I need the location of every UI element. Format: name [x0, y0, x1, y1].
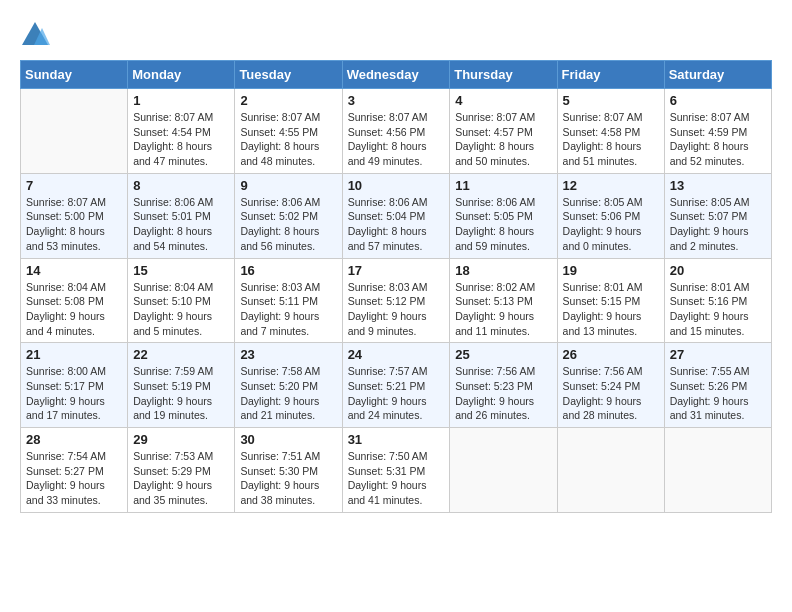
weekday-header: Sunday: [21, 61, 128, 89]
day-info: Sunrise: 8:07 AM Sunset: 4:55 PM Dayligh…: [240, 110, 336, 169]
day-info: Sunrise: 7:53 AM Sunset: 5:29 PM Dayligh…: [133, 449, 229, 508]
calendar-cell: 18Sunrise: 8:02 AM Sunset: 5:13 PM Dayli…: [450, 258, 557, 343]
day-info: Sunrise: 8:00 AM Sunset: 5:17 PM Dayligh…: [26, 364, 122, 423]
day-number: 25: [455, 347, 551, 362]
calendar-cell: 13Sunrise: 8:05 AM Sunset: 5:07 PM Dayli…: [664, 173, 771, 258]
day-number: 23: [240, 347, 336, 362]
day-number: 20: [670, 263, 766, 278]
calendar-cell: 31Sunrise: 7:50 AM Sunset: 5:31 PM Dayli…: [342, 428, 450, 513]
calendar-cell: 7Sunrise: 8:07 AM Sunset: 5:00 PM Daylig…: [21, 173, 128, 258]
calendar-cell: 24Sunrise: 7:57 AM Sunset: 5:21 PM Dayli…: [342, 343, 450, 428]
calendar-cell: [557, 428, 664, 513]
day-number: 5: [563, 93, 659, 108]
calendar-cell: 29Sunrise: 7:53 AM Sunset: 5:29 PM Dayli…: [128, 428, 235, 513]
day-number: 16: [240, 263, 336, 278]
calendar-cell: 17Sunrise: 8:03 AM Sunset: 5:12 PM Dayli…: [342, 258, 450, 343]
day-info: Sunrise: 8:07 AM Sunset: 4:56 PM Dayligh…: [348, 110, 445, 169]
calendar-cell: 21Sunrise: 8:00 AM Sunset: 5:17 PM Dayli…: [21, 343, 128, 428]
day-number: 3: [348, 93, 445, 108]
calendar-row: 1Sunrise: 8:07 AM Sunset: 4:54 PM Daylig…: [21, 89, 772, 174]
day-number: 8: [133, 178, 229, 193]
weekday-header: Wednesday: [342, 61, 450, 89]
calendar-cell: 27Sunrise: 7:55 AM Sunset: 5:26 PM Dayli…: [664, 343, 771, 428]
day-number: 10: [348, 178, 445, 193]
calendar-cell: 8Sunrise: 8:06 AM Sunset: 5:01 PM Daylig…: [128, 173, 235, 258]
day-number: 19: [563, 263, 659, 278]
day-number: 31: [348, 432, 445, 447]
day-info: Sunrise: 8:03 AM Sunset: 5:12 PM Dayligh…: [348, 280, 445, 339]
day-number: 22: [133, 347, 229, 362]
day-info: Sunrise: 7:59 AM Sunset: 5:19 PM Dayligh…: [133, 364, 229, 423]
day-number: 2: [240, 93, 336, 108]
day-info: Sunrise: 8:05 AM Sunset: 5:07 PM Dayligh…: [670, 195, 766, 254]
day-info: Sunrise: 7:50 AM Sunset: 5:31 PM Dayligh…: [348, 449, 445, 508]
day-info: Sunrise: 8:06 AM Sunset: 5:02 PM Dayligh…: [240, 195, 336, 254]
calendar-row: 21Sunrise: 8:00 AM Sunset: 5:17 PM Dayli…: [21, 343, 772, 428]
calendar-cell: 14Sunrise: 8:04 AM Sunset: 5:08 PM Dayli…: [21, 258, 128, 343]
weekday-header: Saturday: [664, 61, 771, 89]
day-number: 26: [563, 347, 659, 362]
calendar-cell: 3Sunrise: 8:07 AM Sunset: 4:56 PM Daylig…: [342, 89, 450, 174]
day-info: Sunrise: 8:07 AM Sunset: 4:58 PM Dayligh…: [563, 110, 659, 169]
day-info: Sunrise: 7:54 AM Sunset: 5:27 PM Dayligh…: [26, 449, 122, 508]
calendar-cell: 25Sunrise: 7:56 AM Sunset: 5:23 PM Dayli…: [450, 343, 557, 428]
calendar-cell: 1Sunrise: 8:07 AM Sunset: 4:54 PM Daylig…: [128, 89, 235, 174]
day-number: 11: [455, 178, 551, 193]
calendar-table: SundayMondayTuesdayWednesdayThursdayFrid…: [20, 60, 772, 513]
day-number: 4: [455, 93, 551, 108]
day-number: 18: [455, 263, 551, 278]
calendar-row: 7Sunrise: 8:07 AM Sunset: 5:00 PM Daylig…: [21, 173, 772, 258]
calendar-cell: 28Sunrise: 7:54 AM Sunset: 5:27 PM Dayli…: [21, 428, 128, 513]
calendar-cell: 9Sunrise: 8:06 AM Sunset: 5:02 PM Daylig…: [235, 173, 342, 258]
day-number: 13: [670, 178, 766, 193]
day-info: Sunrise: 7:56 AM Sunset: 5:24 PM Dayligh…: [563, 364, 659, 423]
calendar-cell: 2Sunrise: 8:07 AM Sunset: 4:55 PM Daylig…: [235, 89, 342, 174]
calendar-cell: 5Sunrise: 8:07 AM Sunset: 4:58 PM Daylig…: [557, 89, 664, 174]
day-number: 12: [563, 178, 659, 193]
page-header: [20, 20, 772, 50]
weekday-header: Thursday: [450, 61, 557, 89]
weekday-header: Tuesday: [235, 61, 342, 89]
calendar-cell: [664, 428, 771, 513]
day-info: Sunrise: 7:55 AM Sunset: 5:26 PM Dayligh…: [670, 364, 766, 423]
day-number: 17: [348, 263, 445, 278]
calendar-row: 14Sunrise: 8:04 AM Sunset: 5:08 PM Dayli…: [21, 258, 772, 343]
weekday-header-row: SundayMondayTuesdayWednesdayThursdayFrid…: [21, 61, 772, 89]
day-number: 15: [133, 263, 229, 278]
day-number: 30: [240, 432, 336, 447]
day-info: Sunrise: 8:03 AM Sunset: 5:11 PM Dayligh…: [240, 280, 336, 339]
day-number: 14: [26, 263, 122, 278]
day-info: Sunrise: 7:51 AM Sunset: 5:30 PM Dayligh…: [240, 449, 336, 508]
day-info: Sunrise: 8:06 AM Sunset: 5:05 PM Dayligh…: [455, 195, 551, 254]
day-number: 24: [348, 347, 445, 362]
day-info: Sunrise: 8:07 AM Sunset: 4:59 PM Dayligh…: [670, 110, 766, 169]
day-info: Sunrise: 8:07 AM Sunset: 5:00 PM Dayligh…: [26, 195, 122, 254]
day-info: Sunrise: 7:57 AM Sunset: 5:21 PM Dayligh…: [348, 364, 445, 423]
calendar-cell: 15Sunrise: 8:04 AM Sunset: 5:10 PM Dayli…: [128, 258, 235, 343]
calendar-cell: [21, 89, 128, 174]
day-info: Sunrise: 8:01 AM Sunset: 5:15 PM Dayligh…: [563, 280, 659, 339]
calendar-cell: 6Sunrise: 8:07 AM Sunset: 4:59 PM Daylig…: [664, 89, 771, 174]
day-info: Sunrise: 7:58 AM Sunset: 5:20 PM Dayligh…: [240, 364, 336, 423]
day-number: 27: [670, 347, 766, 362]
calendar-cell: [450, 428, 557, 513]
day-number: 1: [133, 93, 229, 108]
calendar-cell: 11Sunrise: 8:06 AM Sunset: 5:05 PM Dayli…: [450, 173, 557, 258]
calendar-cell: 30Sunrise: 7:51 AM Sunset: 5:30 PM Dayli…: [235, 428, 342, 513]
day-info: Sunrise: 8:04 AM Sunset: 5:08 PM Dayligh…: [26, 280, 122, 339]
calendar-row: 28Sunrise: 7:54 AM Sunset: 5:27 PM Dayli…: [21, 428, 772, 513]
day-number: 6: [670, 93, 766, 108]
day-info: Sunrise: 8:02 AM Sunset: 5:13 PM Dayligh…: [455, 280, 551, 339]
logo: [20, 20, 54, 50]
weekday-header: Monday: [128, 61, 235, 89]
logo-icon: [20, 20, 50, 50]
day-number: 29: [133, 432, 229, 447]
day-info: Sunrise: 8:05 AM Sunset: 5:06 PM Dayligh…: [563, 195, 659, 254]
calendar-cell: 16Sunrise: 8:03 AM Sunset: 5:11 PM Dayli…: [235, 258, 342, 343]
calendar-cell: 23Sunrise: 7:58 AM Sunset: 5:20 PM Dayli…: [235, 343, 342, 428]
day-number: 9: [240, 178, 336, 193]
day-info: Sunrise: 8:07 AM Sunset: 4:54 PM Dayligh…: [133, 110, 229, 169]
calendar-cell: 22Sunrise: 7:59 AM Sunset: 5:19 PM Dayli…: [128, 343, 235, 428]
day-info: Sunrise: 8:06 AM Sunset: 5:04 PM Dayligh…: [348, 195, 445, 254]
weekday-header: Friday: [557, 61, 664, 89]
